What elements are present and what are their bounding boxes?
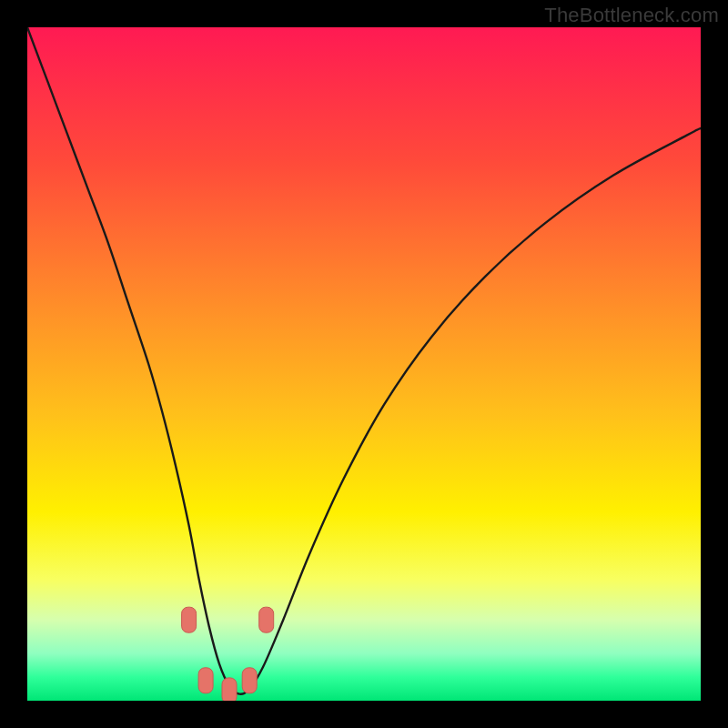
bottleneck-chart: [27, 27, 701, 701]
curve-marker: [198, 668, 213, 693]
curve-marker: [242, 668, 257, 693]
chart-background: [27, 27, 701, 701]
chart-frame: [27, 27, 701, 701]
curve-marker: [222, 678, 237, 701]
watermark-text: TheBottleneck.com: [544, 4, 719, 27]
curve-marker: [182, 607, 197, 632]
curve-marker: [259, 607, 274, 632]
